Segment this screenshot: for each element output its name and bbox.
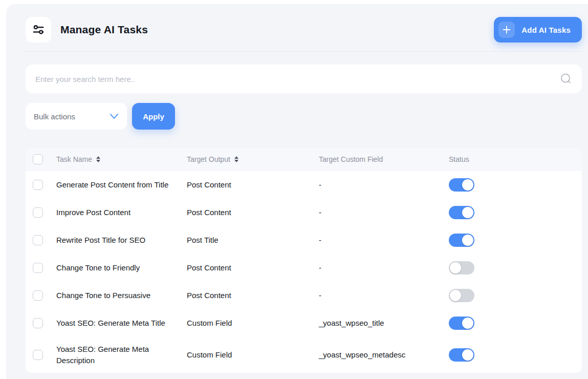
- task-name-cell: Change Tone to Friendly: [56, 262, 187, 273]
- chevron-down-icon: [108, 111, 120, 123]
- page-header: Manage AI Tasks Add AI Tasks: [26, 17, 582, 43]
- search-input[interactable]: [26, 65, 582, 93]
- status-toggle[interactable]: [449, 178, 474, 192]
- toggle-knob: [462, 349, 473, 361]
- target-output-cell: Post Content: [187, 290, 319, 301]
- target-custom-field-cell: _yoast_wpseo_title: [319, 318, 449, 329]
- status-toggle[interactable]: [449, 206, 474, 219]
- status-toggle[interactable]: [449, 261, 474, 275]
- toggle-knob: [462, 207, 473, 218]
- toggle-knob: [450, 290, 461, 301]
- status-toggle[interactable]: [449, 348, 474, 362]
- bulk-actions-select[interactable]: Bulk actions: [26, 103, 127, 130]
- target-output-cell: Custom Field: [187, 318, 319, 329]
- target-custom-field-cell: -: [319, 290, 449, 301]
- sort-icon: [96, 156, 100, 162]
- table-row: Improve Post Content Post Content -: [26, 199, 582, 226]
- bulk-actions-selected-value: Bulk actions: [34, 112, 75, 121]
- table-row: Change Tone to Persuasive Post Content -: [26, 282, 582, 309]
- table-row: Yoast SEO: Generate Meta Title Custom Fi…: [26, 309, 582, 337]
- page-header-left: Manage AI Tasks: [26, 17, 148, 43]
- status-toggle[interactable]: [449, 317, 474, 330]
- column-header-label: Status: [449, 155, 469, 163]
- row-checkbox[interactable]: [33, 263, 43, 273]
- sort-icon: [234, 156, 238, 162]
- table-row: Yoast SEO: Generate Meta Description Cus…: [26, 337, 582, 373]
- add-ai-tasks-label: Add AI Tasks: [521, 26, 571, 34]
- task-name-cell: Rewrite Post Title for SEO: [56, 235, 187, 246]
- toggle-knob: [462, 235, 473, 246]
- row-checkbox[interactable]: [33, 235, 43, 245]
- table-row: Generate Post Content from Title Post Co…: [26, 171, 582, 199]
- target-output-cell: Post Content: [187, 207, 319, 218]
- task-name-cell: Change Tone to Persuasive: [56, 290, 187, 301]
- toggle-knob: [462, 179, 473, 191]
- task-name-cell: Yoast SEO: Generate Meta Description: [56, 344, 187, 366]
- target-custom-field-cell: -: [319, 179, 449, 191]
- column-header-target-custom-field: Target Custom Field: [319, 155, 449, 163]
- column-header-task-name[interactable]: Task Name: [56, 155, 187, 163]
- table-row: Rewrite Post Title for SEO Post Title -: [26, 226, 582, 254]
- column-header-status: Status: [449, 155, 572, 163]
- column-header-label: Target Custom Field: [319, 155, 383, 163]
- add-ai-tasks-button[interactable]: Add AI Tasks: [494, 17, 582, 43]
- tasks-table: Task Name Target Output Target Custom Fi…: [26, 148, 582, 373]
- table-row: Change Tone to Friendly Post Content -: [26, 254, 582, 282]
- header-divider: [26, 51, 582, 52]
- task-name-cell: Improve Post Content: [56, 207, 187, 218]
- target-output-cell: Post Title: [187, 235, 319, 246]
- task-name-cell: Generate Post Content from Title: [56, 179, 187, 191]
- target-custom-field-cell: _yoast_wpseo_metadesc: [319, 349, 449, 361]
- row-checkbox[interactable]: [33, 180, 43, 190]
- row-checkbox[interactable]: [33, 318, 43, 328]
- row-checkbox[interactable]: [33, 207, 43, 218]
- status-toggle[interactable]: [449, 234, 474, 247]
- plus-icon: [498, 22, 515, 38]
- select-all-checkbox[interactable]: [33, 154, 43, 164]
- target-custom-field-cell: -: [319, 207, 449, 218]
- target-output-cell: Post Content: [187, 179, 319, 191]
- toggle-knob: [462, 318, 473, 329]
- sliders-icon: [26, 17, 51, 43]
- row-checkbox[interactable]: [33, 290, 43, 301]
- target-custom-field-cell: -: [319, 235, 449, 246]
- apply-button[interactable]: Apply: [132, 103, 175, 130]
- table-header-row: Task Name Target Output Target Custom Fi…: [26, 148, 582, 171]
- row-checkbox[interactable]: [33, 350, 43, 360]
- target-custom-field-cell: -: [319, 262, 449, 273]
- page-title: Manage AI Tasks: [60, 24, 148, 36]
- toggle-knob: [450, 262, 461, 273]
- task-name-cell: Yoast SEO: Generate Meta Title: [56, 318, 187, 329]
- column-header-label: Target Output: [187, 155, 230, 163]
- search-icon[interactable]: [559, 72, 573, 88]
- bulk-actions-row: Bulk actions Apply: [26, 103, 582, 130]
- column-header-label: Task Name: [56, 155, 92, 163]
- page-container: Manage AI Tasks Add AI Tasks Bulk action…: [6, 4, 588, 379]
- column-header-target-output[interactable]: Target Output: [187, 155, 319, 163]
- target-output-cell: Post Content: [187, 262, 319, 273]
- status-toggle[interactable]: [449, 289, 474, 302]
- target-output-cell: Custom Field: [187, 349, 319, 361]
- search-bar: [26, 65, 582, 93]
